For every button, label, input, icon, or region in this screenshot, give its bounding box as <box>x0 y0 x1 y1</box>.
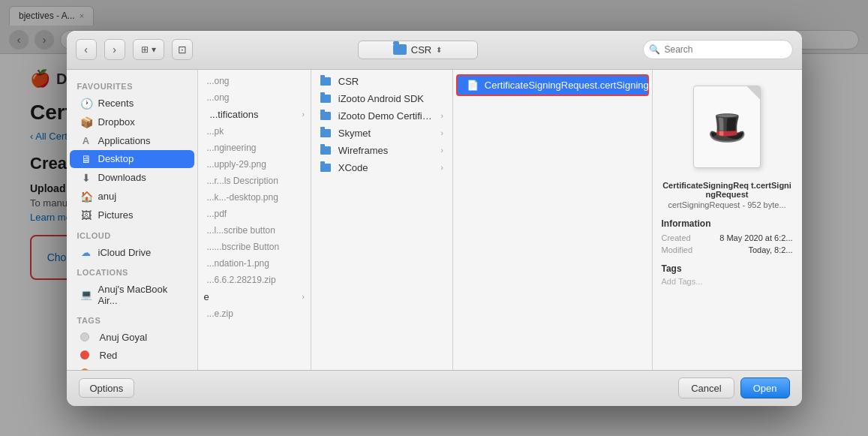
back-icon: ‹ <box>84 44 88 56</box>
preview-filename: CertificateSigningReq t.certSigningReque… <box>662 181 793 199</box>
dialog-forward-button[interactable]: › <box>104 39 125 60</box>
chevron-icon-2: › <box>302 293 304 301</box>
file-item-wireframes[interactable]: Wireframes › <box>311 142 452 159</box>
partial-file-5: ...upply-29.png <box>198 156 311 173</box>
downloads-icon: ⬇ <box>80 172 92 184</box>
file-column-desktop: ...ong ...ong ...tifications › ...pk ...… <box>198 70 311 370</box>
forward-icon: › <box>113 44 116 56</box>
sidebar-item-tag-anuj-goyal[interactable]: Anuj Goyal <box>70 329 194 346</box>
preview-icon-wrapper <box>689 82 764 172</box>
location-folder-icon <box>393 44 407 55</box>
location-picker[interactable]: CSR ⬍ <box>358 41 478 59</box>
dialog-overlay: ‹ › ⊞ ▾ ⊡ CSR ⬍ 🔍 <box>0 0 868 436</box>
sidebar-item-recents[interactable]: 🕐 Recents <box>70 95 194 113</box>
sidebar-item-label-icloud: iCloud Drive <box>98 247 152 258</box>
file-columns: ...ong ...ong ...tifications › ...pk ...… <box>198 70 652 370</box>
tag-label-red: Red <box>100 350 118 361</box>
desktop-icon: 🖥 <box>80 153 92 165</box>
selected-file-icon: 📄 <box>467 80 479 91</box>
new-folder-button[interactable]: ⊡ <box>172 39 193 60</box>
sidebar-item-macbook[interactable]: 💻 Anuj's MacBook Air... <box>70 281 194 309</box>
dialog-body: Favourites 🕐 Recents 📦 Dropbox A Applica… <box>67 70 802 370</box>
sidebar-item-label-macbook: Anuj's MacBook Air... <box>98 284 184 306</box>
sidebar-item-desktop[interactable]: 🖥 Desktop <box>70 150 194 168</box>
sidebar-item-anuj[interactable]: 🏠 anuj <box>70 188 194 206</box>
sidebar-item-tag-orange[interactable]: Orange <box>70 365 194 370</box>
file-item-xcode[interactable]: XCode › <box>311 159 452 176</box>
icloud-header: iCloud <box>67 225 197 243</box>
file-column-csr: CSR iZooto Android SDK iZooto Demo Certi… <box>311 70 453 370</box>
icloud-icon: ☁ <box>80 247 92 258</box>
dialog-footer: Options Cancel Open <box>67 370 802 406</box>
file-item-izooto-demo[interactable]: iZooto Demo Certificate › <box>311 107 452 125</box>
dialog-back-button[interactable]: ‹ <box>76 39 97 60</box>
partial-file-8: ...pdf <box>198 206 311 222</box>
partial-file-6: ...r...ls Description <box>198 173 311 189</box>
view-icon: ⊞ <box>141 44 149 55</box>
cancel-button[interactable]: Cancel <box>678 377 734 398</box>
preview-created-row: Created 8 May 2020 at 6:2... <box>662 233 793 242</box>
options-button[interactable]: Options <box>79 378 135 398</box>
wireframes-chevron-icon: › <box>441 146 443 155</box>
sidebar-item-tag-red[interactable]: Red <box>70 347 194 364</box>
partial-file-13: ...e.zip <box>198 305 311 322</box>
preview-panel: CertificateSigningReq t.certSigningReque… <box>652 70 802 370</box>
file-item-csr[interactable]: CSR <box>311 73 452 90</box>
file-item-notifications[interactable]: ...tifications › <box>198 106 311 123</box>
file-item-unnamed1[interactable]: e › <box>198 288 311 305</box>
location-name: CSR <box>411 44 431 56</box>
izooto-android-folder-icon <box>320 95 331 103</box>
selected-file-item[interactable]: 📄 CertificateSigningRequest.certSigningR… <box>456 74 649 96</box>
home-icon: 🏠 <box>80 191 92 203</box>
favourites-header: Favourites <box>67 76 197 94</box>
sidebar-item-downloads[interactable]: ⬇ Downloads <box>70 169 194 187</box>
file-item-izooto-android[interactable]: iZooto Android SDK <box>311 90 452 107</box>
file-name-xcode: XCode <box>338 162 435 173</box>
sidebar-item-label-dropbox: Dropbox <box>98 116 135 128</box>
sidebar-item-label-recents: Recents <box>98 98 134 109</box>
search-input[interactable] <box>643 40 793 59</box>
partial-file-11: ...ndation-1.png <box>198 255 311 272</box>
izooto-demo-chevron-icon: › <box>441 112 443 120</box>
footer-right: Cancel Open <box>678 377 789 398</box>
preview-modified-value: Today, 8:2... <box>748 245 792 254</box>
sidebar-item-label-pictures: Pictures <box>98 209 134 221</box>
sidebar-item-dropbox[interactable]: 📦 Dropbox <box>70 113 194 131</box>
view-toggle-button[interactable]: ⊞ ▾ <box>133 39 164 60</box>
preview-modified-label: Modified <box>662 245 693 254</box>
partial-file-2: ...ong <box>198 89 311 106</box>
preview-modified-row: Modified Today, 8:2... <box>662 245 793 254</box>
csr-folder-icon <box>320 77 331 86</box>
selected-file-name: CertificateSigningRequest.certSigningReq… <box>485 80 652 91</box>
skymet-folder-icon <box>320 129 331 137</box>
file-item-skymet[interactable]: Skymet › <box>311 125 452 142</box>
sidebar-item-label-applications: Applications <box>98 135 151 146</box>
file-name-wireframes: Wireframes <box>338 145 435 156</box>
dropbox-icon: 📦 <box>80 116 92 128</box>
sidebar-item-label-downloads: Downloads <box>98 172 146 183</box>
file-name-skymet: Skymet <box>338 128 435 139</box>
document-icon <box>693 86 761 168</box>
file-name-csr: CSR <box>338 76 443 87</box>
applications-icon: A <box>80 135 92 146</box>
sidebar-item-applications[interactable]: A Applications <box>70 132 194 149</box>
partial-file-3: ...pk <box>198 123 311 140</box>
partial-file-1: ...ong <box>198 73 311 89</box>
izooto-demo-folder-icon <box>320 112 331 120</box>
sidebar-item-icloud-drive[interactable]: ☁ iCloud Drive <box>70 244 194 261</box>
tags-header: Tags <box>67 310 197 328</box>
open-button[interactable]: Open <box>740 377 790 398</box>
partial-file-4: ...ngineering <box>198 140 311 156</box>
tag-label-anuj-goyal: Anuj Goyal <box>100 332 148 343</box>
partial-file-7: ...k...-desktop.png <box>198 189 311 206</box>
partial-file-10: ......bscribe Button <box>198 239 311 255</box>
preview-created-value: 8 May 2020 at 6:2... <box>719 233 792 242</box>
preview-filetype: certSigningRequest - 952 byte... <box>668 200 785 209</box>
tag-red-dot <box>80 350 89 359</box>
pictures-icon: 🖼 <box>80 209 92 221</box>
location-chevron-icon: ⬍ <box>436 46 442 54</box>
preview-add-tags[interactable]: Add Tags... <box>662 277 703 286</box>
sidebar-item-pictures[interactable]: 🖼 Pictures <box>70 206 194 224</box>
file-name-izooto-android: iZooto Android SDK <box>338 93 443 104</box>
sidebar-item-label-desktop: Desktop <box>98 153 134 164</box>
